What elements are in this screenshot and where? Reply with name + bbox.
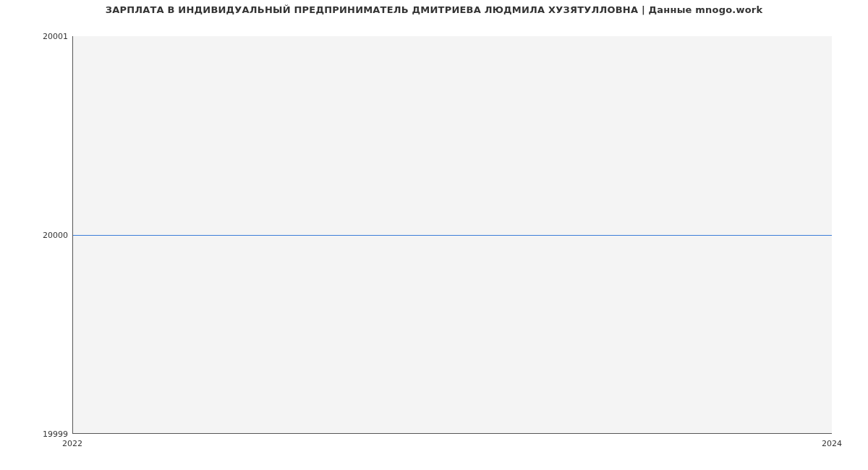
series-line [73, 235, 832, 236]
plot-area [72, 36, 832, 434]
x-tick-label: 2024 [822, 439, 842, 448]
y-tick-label: 19999 [3, 430, 68, 439]
chart-title: ЗАРПЛАТА В ИНДИВИДУАЛЬНЫЙ ПРЕДПРИНИМАТЕЛ… [0, 4, 868, 15]
y-tick-label: 20001 [3, 32, 68, 41]
x-tick-label: 2022 [62, 439, 82, 448]
y-tick-label: 20000 [3, 231, 68, 240]
salary-line-chart: ЗАРПЛАТА В ИНДИВИДУАЛЬНЫЙ ПРЕДПРИНИМАТЕЛ… [0, 0, 868, 470]
